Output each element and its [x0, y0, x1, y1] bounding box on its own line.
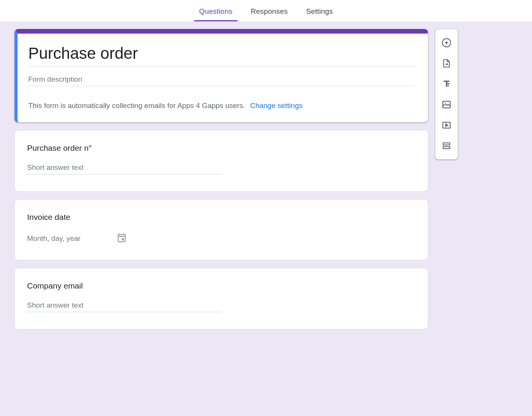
svg-rect-7	[443, 143, 450, 145]
form-title-input[interactable]	[28, 44, 416, 67]
svg-marker-6	[446, 124, 448, 127]
import-file-icon	[442, 58, 451, 68]
top-tabs: Questions Responses Settings	[0, 0, 532, 22]
question-title: Company email	[27, 281, 416, 290]
text-icon	[442, 79, 451, 89]
date-placeholder: Month, day, year	[27, 234, 81, 243]
form-canvas: This form is automatically collecting em…	[0, 22, 532, 416]
add-question-button[interactable]	[438, 35, 455, 51]
floating-toolbar	[435, 29, 458, 160]
video-icon	[442, 120, 451, 130]
question-title: Invoice date	[27, 213, 416, 222]
question-card-purchase-order[interactable]: Purchase order n° Short answer text	[15, 130, 428, 192]
short-answer-placeholder: Short answer text	[27, 301, 221, 312]
form-header-card[interactable]: This form is automatically collecting em…	[15, 29, 428, 123]
add-section-button[interactable]	[438, 138, 455, 154]
tab-questions[interactable]: Questions	[197, 1, 235, 21]
image-icon	[442, 100, 451, 110]
import-questions-button[interactable]	[438, 55, 455, 71]
svg-rect-8	[443, 147, 450, 148]
calendar-icon	[116, 232, 127, 245]
email-collection-notice: This form is automatically collecting em…	[28, 102, 416, 110]
short-answer-placeholder: Short answer text	[27, 163, 221, 174]
section-icon	[442, 141, 451, 151]
plus-circle-icon	[442, 38, 451, 48]
tab-settings[interactable]: Settings	[304, 1, 335, 21]
tab-responses[interactable]: Responses	[248, 1, 290, 21]
add-image-button[interactable]	[438, 97, 455, 113]
question-card-invoice-date[interactable]: Invoice date Month, day, year	[15, 199, 428, 260]
question-title: Purchase order n°	[27, 144, 416, 153]
question-card-company-email[interactable]: Company email Short answer text	[15, 268, 428, 329]
add-title-button[interactable]	[438, 76, 455, 92]
email-notice-text: This form is automatically collecting em…	[28, 102, 245, 110]
form-description-input[interactable]	[28, 71, 416, 86]
change-settings-link[interactable]: Change settings	[250, 102, 302, 110]
add-video-button[interactable]	[438, 117, 455, 133]
